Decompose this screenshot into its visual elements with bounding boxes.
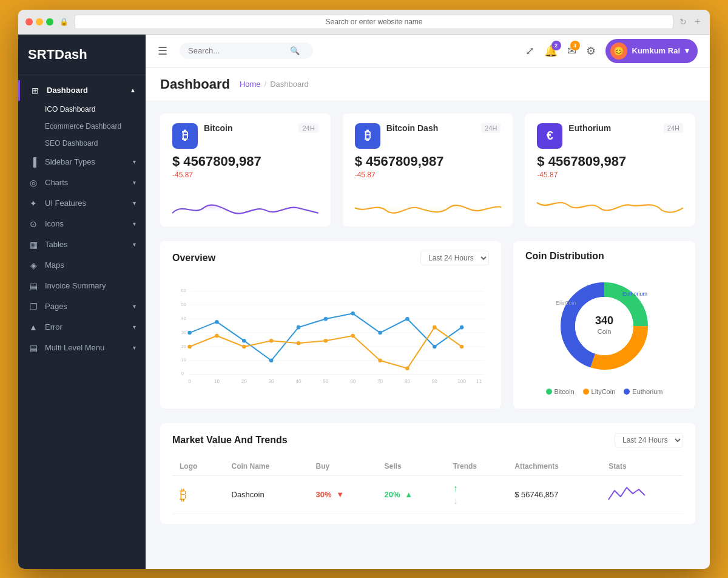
crypto-cards: ₿ Bitcoin 24H $ 4567809,987 -45.87: [160, 114, 695, 226]
browser-chrome: 🔒 Search or enter website name ↻ ＋: [18, 10, 710, 35]
browser-dots: [25, 18, 53, 25]
svg-text:20: 20: [241, 379, 248, 384]
maps-icon: ◈: [28, 260, 39, 270]
sidebar-item-ui-features[interactable]: ✦ UI Features ▾: [18, 193, 146, 214]
search-input[interactable]: [188, 46, 285, 55]
svg-text:10: 10: [181, 357, 186, 362]
sidebar-item-dashboard[interactable]: ⊞ Dashboard ▲: [18, 80, 146, 101]
bitcoin-dash-value: $ 4567809,987: [355, 154, 501, 169]
col-logo: Logo: [172, 457, 224, 476]
trend-arrows: ↑ ↓: [453, 483, 500, 506]
bitcoin-period: 24H: [298, 123, 318, 133]
sell-up-icon: ▲: [405, 490, 413, 499]
svg-text:60: 60: [350, 379, 356, 384]
mail-button[interactable]: ✉ 3: [567, 44, 576, 58]
new-tab-icon[interactable]: ＋: [693, 15, 703, 28]
charts-icon: ◎: [28, 178, 39, 188]
browser-window: 🔒 Search or enter website name ↻ ＋ SRTDa…: [18, 10, 710, 569]
market-title: Market Value And Trends: [172, 435, 288, 446]
refresh-icon[interactable]: ↻: [679, 17, 687, 27]
sidebar-nav: ⊞ Dashboard ▲ ICO Dashboard Ecommerce Da…: [18, 75, 146, 363]
lock-icon: 🔒: [59, 18, 69, 26]
breadcrumb: Home / Dashboard: [240, 80, 309, 89]
row-buy: 30% ▼: [308, 475, 377, 514]
sidebar-item-label: UI Features: [45, 199, 86, 208]
euthorium-change: -45.87: [537, 171, 683, 179]
sidebar-item-charts[interactable]: ◎ Charts ▾: [18, 172, 146, 193]
user-chevron-icon: ▾: [685, 46, 689, 55]
chevron-down-icon: ▾: [133, 303, 136, 310]
svg-point-30: [324, 338, 328, 342]
close-dot[interactable]: [25, 18, 33, 25]
euthorium-legend-label: Euthorium: [632, 388, 662, 395]
col-coin-name: Coin Name: [224, 457, 309, 476]
sidebar-item-invoice-summary[interactable]: ▤ Invoice Summary: [18, 276, 146, 296]
svg-text:80: 80: [405, 379, 411, 384]
sidebar-item-pages[interactable]: ❐ Pages ▾: [18, 296, 146, 317]
svg-point-23: [433, 344, 437, 348]
overview-period-select[interactable]: Last 24 Hours: [420, 251, 489, 265]
svg-text:50: 50: [181, 302, 186, 307]
market-period-select[interactable]: Last 24 Hours: [615, 433, 683, 447]
top-bar-icons: ⤢ 🔔 2 ✉ 3 ⚙ 😊 Kumkum Rai ▾: [525, 39, 698, 63]
main-content: ☰ 🔍 ⤢ 🔔 2 ✉ 3 ⚙: [146, 35, 710, 569]
svg-point-26: [215, 333, 219, 338]
sidebar-item-label: Tables: [45, 240, 68, 249]
market-header: Market Value And Trends Last 24 Hours: [172, 433, 683, 447]
user-menu-button[interactable]: 😊 Kumkum Rai ▾: [605, 39, 698, 63]
sidebar-item-error[interactable]: ▲ Error ▾: [18, 317, 146, 338]
sidebar-item-maps[interactable]: ◈ Maps: [18, 255, 146, 276]
sidebar-item-icons[interactable]: ⊙ Icons ▾: [18, 214, 146, 234]
svg-point-33: [405, 366, 410, 370]
chevron-down-icon: ▾: [133, 200, 136, 206]
error-icon: ▲: [28, 322, 39, 332]
svg-point-29: [297, 341, 301, 345]
svg-point-21: [378, 330, 382, 335]
bitcoin-value: $ 4567809,987: [172, 154, 318, 169]
col-attachments: Attachments: [507, 457, 601, 476]
svg-point-22: [405, 317, 410, 321]
market-table-header-row: Logo Coin Name Buy Sells Trends Attachme…: [172, 457, 683, 476]
bell-badge: 2: [551, 41, 561, 50]
euthorium-chart: [537, 184, 683, 226]
sidebar-item-ico-dashboard[interactable]: ICO Dashboard: [18, 101, 146, 118]
euthorium-icon: €: [537, 123, 562, 149]
svg-text:90: 90: [432, 379, 438, 384]
stats-sparkline: [608, 484, 645, 503]
legend-litycoin: LityCoin: [583, 388, 616, 395]
chevron-down-icon: ▾: [133, 324, 136, 330]
svg-point-31: [351, 333, 355, 338]
chevron-down-icon: ▾: [133, 220, 136, 227]
svg-point-20: [351, 311, 355, 316]
euthorium-card-header: € Euthorium 24H: [537, 123, 683, 149]
svg-text:30: 30: [269, 379, 275, 384]
svg-text:Euthorium: Euthorium: [622, 291, 647, 297]
icons-icon: ⊙: [28, 219, 39, 229]
sidebar-item-tables[interactable]: ▦ Tables ▾: [18, 234, 146, 255]
bitcoin-legend-dot: [546, 389, 552, 395]
bitcoin-card: ₿ Bitcoin 24H $ 4567809,987 -45.87: [160, 114, 331, 226]
hamburger-icon[interactable]: ☰: [158, 44, 167, 58]
donut-container: 340 Coin EilirCoin Euthorium: [525, 271, 683, 395]
overview-header: Overview Last 24 Hours: [172, 251, 489, 265]
col-trends: Trends: [446, 457, 508, 476]
sidebar-item-seo-dashboard[interactable]: SEO Dashboard: [18, 135, 146, 152]
expand-button[interactable]: ⤢: [525, 44, 534, 58]
svg-point-19: [324, 317, 328, 321]
sidebar-item-sidebar-types[interactable]: ▐ Sidebar Types ▾: [18, 152, 146, 172]
sidebar-item-multi-level-menu[interactable]: ▤ Multi Level Menu ▾: [18, 338, 146, 358]
breadcrumb-home[interactable]: Home: [240, 80, 261, 89]
top-bar: ☰ 🔍 ⤢ 🔔 2 ✉ 3 ⚙: [146, 35, 710, 68]
chevron-up-icon: ▲: [130, 87, 136, 93]
bell-button[interactable]: 🔔 2: [544, 44, 558, 58]
maximize-dot[interactable]: [46, 18, 53, 25]
minimize-dot[interactable]: [36, 18, 43, 25]
sidebar-item-ecommerce-dashboard[interactable]: Ecommerce Dashboard: [18, 118, 146, 135]
row-attachments: $ 56746,857: [507, 475, 601, 514]
market-table-body: ₿ Dashcoin 30% ▼ 20% ▲: [172, 475, 683, 514]
url-bar[interactable]: Search or enter website name: [75, 15, 673, 29]
svg-text:340: 340: [595, 314, 613, 327]
svg-text:60: 60: [181, 288, 186, 293]
settings-button[interactable]: ⚙: [586, 44, 596, 58]
coin-distribution-header: Coin Distribution: [525, 251, 683, 262]
